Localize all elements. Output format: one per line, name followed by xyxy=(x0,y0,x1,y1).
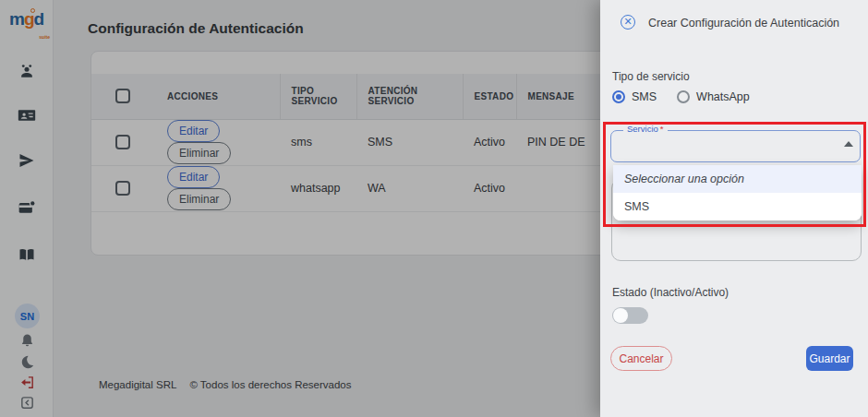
drawer-title: Crear Configuración de Autenticación xyxy=(648,17,839,30)
close-icon[interactable]: ✕ xyxy=(621,15,635,30)
select-option-sms[interactable]: SMS xyxy=(613,193,862,220)
service-select[interactable] xyxy=(610,130,861,162)
cancel-button[interactable]: Cancelar xyxy=(610,346,672,371)
status-toggle[interactable] xyxy=(612,307,648,324)
toggle-thumb xyxy=(613,308,628,323)
required-asterisk: * xyxy=(660,124,664,134)
app: mgd suite SN Co xyxy=(0,0,868,417)
service-select-menu: Seleccionar una opción SMS xyxy=(613,165,862,220)
radio-whatsapp[interactable] xyxy=(677,90,690,103)
radio-sms-label: SMS xyxy=(632,90,657,103)
status-toggle-label: Estado (Inactivo/Activo) xyxy=(612,286,729,299)
save-button[interactable]: Guardar xyxy=(806,346,853,371)
service-type-radio-group: SMS WhatsApp xyxy=(612,90,750,103)
create-config-drawer: ✕ Crear Configuración de Autenticación T… xyxy=(600,0,868,417)
service-type-label: Tipo de servicio xyxy=(612,70,690,83)
radio-sms[interactable] xyxy=(612,90,625,103)
select-option-placeholder[interactable]: Seleccionar una opción xyxy=(613,165,862,193)
radio-whatsapp-label: WhatsApp xyxy=(696,90,750,103)
service-select-label: Servicio* xyxy=(623,124,668,134)
chevron-up-icon[interactable] xyxy=(844,141,853,147)
